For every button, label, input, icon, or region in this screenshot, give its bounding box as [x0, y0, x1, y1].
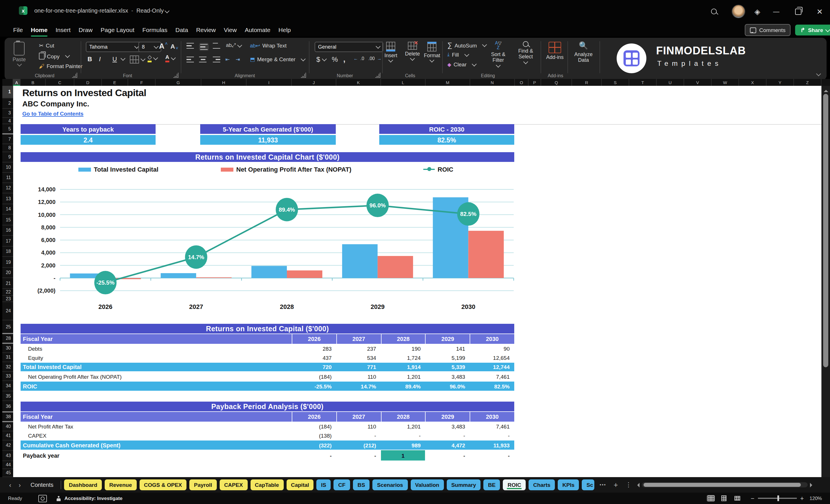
horizontal-scroll-thumb[interactable] — [643, 483, 801, 487]
year-header[interactable]: 2029 — [425, 334, 470, 344]
cell[interactable]: 7,461 — [470, 421, 514, 431]
year-header[interactable]: 2030 — [470, 334, 514, 344]
cell[interactable]: 110 — [337, 372, 381, 381]
font-size-combo[interactable]: 8 — [138, 42, 161, 52]
menu-tab-help[interactable]: Help — [275, 24, 295, 35]
increase-decimal-button[interactable]: ←.0 — [353, 56, 364, 61]
cell[interactable]: (184) — [292, 372, 337, 381]
cell[interactable]: 437 — [292, 353, 337, 362]
row-header-34[interactable]: 34 — [2, 381, 13, 391]
year-header[interactable]: 2028 — [381, 334, 425, 344]
fill-button[interactable]: ⤓Fill — [447, 52, 469, 58]
collapse-ribbon-chevron[interactable] — [817, 67, 820, 78]
row-header-23[interactable]: 23 — [2, 296, 13, 302]
row-label[interactable]: Debts — [21, 344, 292, 353]
column-header-T[interactable]: T — [629, 79, 657, 86]
increase-indent-button[interactable]: ⇥ — [236, 57, 240, 62]
scroll-left-arrow[interactable] — [635, 482, 640, 487]
addins-button[interactable]: Add-ins — [545, 42, 565, 60]
sheet-tab-cogs-opex[interactable]: COGS & OPEX — [139, 479, 187, 490]
column-header-G[interactable]: G — [156, 79, 201, 86]
cell[interactable]: 7,461 — [470, 372, 514, 381]
bold-button[interactable]: B — [88, 56, 96, 62]
row-header-16[interactable]: 16 — [2, 225, 13, 236]
row-label[interactable]: Net Profit After Tax — [21, 421, 292, 431]
row-header-21[interactable]: 21 — [2, 278, 13, 289]
cell[interactable]: (138) — [292, 431, 337, 440]
font-name-combo[interactable]: Tahoma — [86, 42, 142, 52]
minimize-button[interactable]: — — [770, 5, 783, 18]
format-painter-button[interactable]: 🖌Format Painter — [39, 63, 83, 69]
cell[interactable]: 534 — [337, 353, 381, 362]
menu-tab-automate[interactable]: Automate — [241, 24, 275, 35]
cell[interactable]: - — [381, 431, 425, 440]
column-header-I[interactable]: I — [247, 79, 292, 86]
row-label[interactable]: Payback year — [21, 450, 292, 461]
prev-sheet-arrow[interactable]: ‹ — [7, 481, 13, 488]
row-header-9[interactable]: 9 — [2, 152, 13, 162]
sheet-tab-payroll[interactable]: Payroll — [189, 479, 217, 490]
page-layout-view-button[interactable] — [720, 495, 729, 502]
menu-tab-review[interactable]: Review — [192, 24, 220, 35]
column-header-P[interactable]: P — [529, 79, 541, 86]
kpi-value-1[interactable]: 11,933 — [200, 135, 336, 145]
menu-tab-page-layout[interactable]: Page Layout — [97, 24, 138, 35]
row-header-28[interactable]: 28 — [2, 334, 13, 344]
sheet-tab-kpis[interactable]: KPIs — [558, 479, 579, 490]
row-headers[interactable]: 1234578910111213141516171819202122232425… — [2, 86, 13, 477]
sheet-tab-revenue[interactable]: Revenue — [105, 479, 136, 490]
menu-tab-file[interactable]: File — [9, 24, 27, 35]
zoom-level[interactable]: 120% — [810, 496, 822, 501]
cell[interactable]: 283 — [292, 344, 337, 353]
share-button[interactable]: ↱ Share — [795, 25, 830, 35]
row-header-40[interactable]: 40 — [2, 422, 13, 431]
sheet-tab-be[interactable]: BE — [483, 479, 500, 490]
sheet-tab-summary[interactable]: Summary — [447, 479, 481, 490]
row-label[interactable]: Cumulative Cash Generated (Spent) — [21, 441, 292, 450]
sheet-tab-contents[interactable]: Contents — [26, 479, 58, 490]
italic-button[interactable]: I — [99, 56, 107, 62]
menu-tab-draw[interactable]: Draw — [75, 24, 97, 35]
cell[interactable]: 720 — [292, 363, 337, 371]
sheet-tab-valuation[interactable]: Valuation — [410, 479, 444, 490]
page-break-view-button[interactable] — [733, 495, 742, 502]
row-header-3[interactable]: 3 — [2, 109, 13, 118]
column-headers[interactable]: ABCDEFGHIJKLMNOPQRSTUVWXYZ — [2, 79, 830, 86]
comma-style-button[interactable]: , — [343, 54, 346, 63]
column-header-B[interactable]: B — [21, 79, 46, 86]
sheet-tab-captable[interactable]: CapTable — [250, 479, 283, 490]
menu-tab-data[interactable]: Data — [171, 24, 192, 35]
column-header-C[interactable]: C — [46, 79, 74, 86]
cell[interactable]: 96.0% — [425, 382, 470, 391]
row-header-8[interactable]: 8 — [2, 144, 13, 152]
row-header-32[interactable]: 32 — [2, 362, 13, 372]
row-header-43[interactable]: 43 — [2, 451, 13, 461]
worksheet[interactable]: Returns on Invested Capital ABC Company … — [13, 86, 822, 477]
column-header-H[interactable]: H — [201, 79, 247, 86]
avatar[interactable] — [732, 5, 745, 18]
row-header-7[interactable]: 7 — [2, 134, 13, 144]
cell[interactable]: (184) — [292, 421, 337, 431]
comments-button[interactable]: Comments — [745, 24, 791, 36]
row-header-22[interactable]: 22 — [2, 289, 13, 296]
center-button[interactable] — [199, 57, 206, 62]
year-header[interactable]: 2027 — [337, 412, 381, 421]
year-header[interactable]: 2029 — [425, 412, 470, 421]
premium-diamond-icon[interactable]: ◈ — [751, 5, 764, 18]
zoom-in-button[interactable]: + — [800, 495, 804, 502]
normal-view-button[interactable] — [707, 495, 715, 502]
analyze-data-button[interactable]: 🔍Analyze Data — [571, 42, 596, 63]
row-header-44[interactable]: 44 — [2, 461, 13, 469]
autosum-button[interactable]: ∑AutoSum — [447, 42, 486, 49]
row-header-35[interactable]: 35 — [2, 391, 13, 401]
column-header-X[interactable]: X — [739, 79, 767, 86]
table-of-contents-link[interactable]: Go to Table of Contents — [22, 111, 84, 117]
cut-button[interactable]: ✂Cut — [39, 42, 54, 49]
row-header-45[interactable]: 45 — [2, 469, 13, 477]
row-header-36[interactable]: 36 — [2, 401, 13, 412]
new-sheet-button[interactable]: + — [611, 480, 620, 489]
cell[interactable]: 141 — [425, 344, 470, 353]
row-header-30[interactable]: 30 — [2, 344, 13, 353]
cell[interactable]: 771 — [337, 363, 381, 371]
row-header-17[interactable]: 17 — [2, 236, 13, 247]
